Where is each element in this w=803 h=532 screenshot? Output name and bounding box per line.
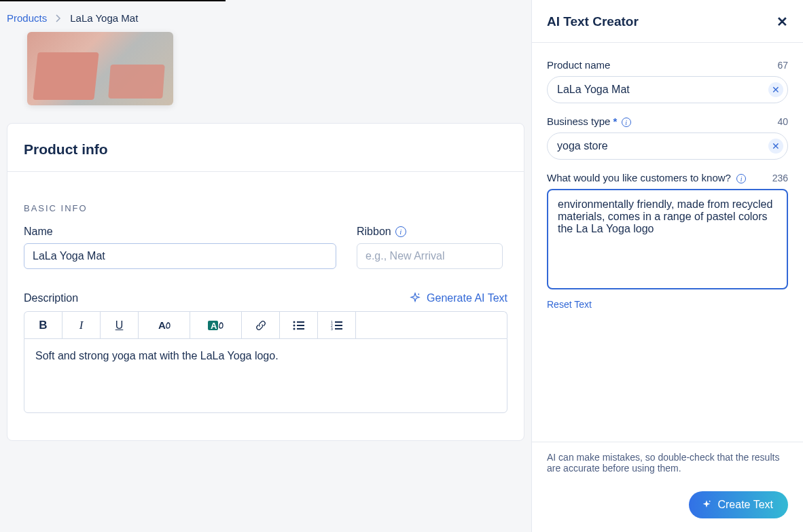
svg-text:3: 3 [331,327,333,331]
svg-rect-5 [297,321,304,323]
sparkle-icon [701,499,712,510]
info-icon[interactable]: i [736,174,746,183]
customers-know-label: What would you like customers to know? i [547,172,746,183]
customers-know-textarea[interactable] [547,189,788,289]
ribbon-input[interactable] [357,243,503,269]
svg-point-4 [293,321,295,323]
chevron-right-icon [55,14,62,22]
ai-disclaimer: AI can make mistakes, so double-check th… [532,442,803,484]
product-info-card: Product info BASIC INFO Name Ribbon i De… [7,123,524,441]
business-type-field[interactable]: yoga store ✕ [547,132,788,160]
product-name-field[interactable]: LaLa Yoga Mat ✕ [547,76,788,103]
svg-rect-11 [335,321,342,323]
basic-info-section-label: BASIC INFO [24,179,507,226]
reset-text-link[interactable]: Reset Text [547,299,592,310]
description-label: Description [24,292,78,304]
editor-toolbar: B I U A A 123 [24,311,507,338]
svg-rect-15 [335,328,342,330]
create-text-button[interactable]: Create Text [689,491,788,518]
product-image-thumbnail[interactable] [27,32,173,105]
description-editor[interactable]: Soft and strong yoga mat with the LaLa Y… [24,338,507,413]
italic-button[interactable]: I [63,312,101,338]
breadcrumb: Products LaLa Yoga Mat [0,0,531,32]
product-info-title: Product info [7,124,524,172]
breadcrumb-products-link[interactable]: Products [7,12,47,24]
bold-button[interactable]: B [24,312,63,338]
svg-point-8 [293,327,295,330]
svg-rect-13 [335,325,342,326]
clear-icon[interactable]: ✕ [768,139,783,154]
text-color-button[interactable]: A [139,312,190,338]
highlight-button[interactable]: A [190,312,242,338]
svg-text:A: A [158,319,166,331]
breadcrumb-current: LaLa Yoga Mat [70,12,138,24]
svg-point-6 [293,324,295,326]
main-column: Products LaLa Yoga Mat Product info BASI… [0,0,531,532]
underline-button[interactable]: U [101,312,139,338]
svg-point-0 [418,294,419,295]
business-type-count: 40 [777,116,788,127]
business-type-label: Business type * i [547,116,631,127]
customers-know-count: 236 [772,173,788,183]
product-name-count: 67 [777,60,788,71]
info-icon[interactable]: i [395,226,406,237]
generate-ai-text-button[interactable]: Generate AI Text [409,292,507,304]
panel-title: AI Text Creator [547,14,639,29]
toolbar-spacer [356,312,507,338]
info-icon[interactable]: i [622,118,631,127]
name-label: Name [24,226,336,238]
link-button[interactable] [242,312,280,338]
product-name-input[interactable] [24,243,336,269]
svg-text:A: A [211,321,217,331]
svg-rect-7 [297,325,304,326]
bullet-list-button[interactable] [280,312,318,338]
sparkle-icon [409,292,421,304]
close-icon[interactable]: ✕ [777,14,788,30]
svg-point-16 [709,501,711,502]
numbered-list-button[interactable]: 123 [318,312,356,338]
ai-text-creator-panel: AI Text Creator ✕ Product name 67 LaLa Y… [531,0,803,532]
clear-icon[interactable]: ✕ [768,82,783,97]
product-name-label: Product name [547,59,610,71]
ribbon-label: Ribbon i [357,226,503,238]
svg-rect-9 [297,328,304,330]
